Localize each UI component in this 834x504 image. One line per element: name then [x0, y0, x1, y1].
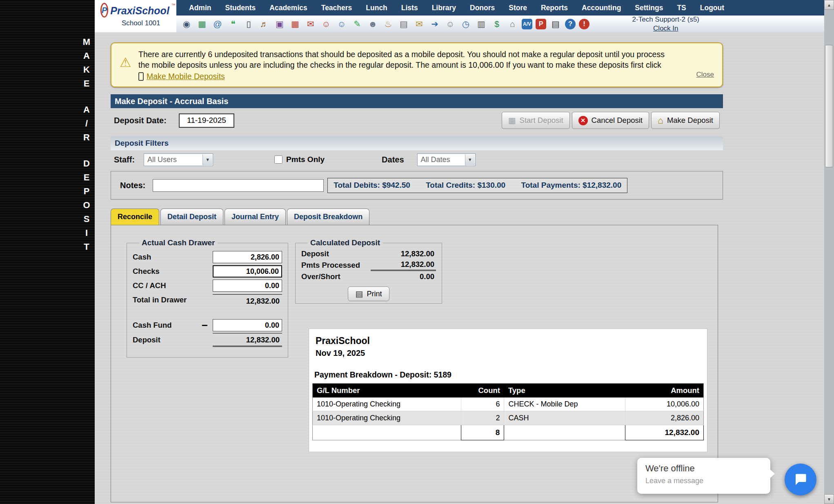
clipboard-icon[interactable]: ▤: [398, 18, 410, 30]
chat-launcher-button[interactable]: [785, 464, 816, 495]
envelope-gold-icon[interactable]: ✉: [413, 18, 425, 30]
cash-fund-input[interactable]: [213, 319, 282, 331]
scroll-down-arrow[interactable]: ▼: [824, 494, 834, 504]
nav-item-academics[interactable]: Academics: [262, 4, 314, 12]
payments-icon[interactable]: $: [491, 18, 503, 30]
pmts-only-label: Pmts Only: [286, 155, 325, 164]
make-mobile-deposits-link[interactable]: Make Mobile Deposits: [147, 71, 225, 82]
gl-number-header: G/L Number: [313, 384, 461, 398]
reconcile-panel: Actual Cash Drawer Cash Checks CC / ACH: [111, 225, 718, 502]
cash-input[interactable]: [213, 251, 282, 263]
printer-icon[interactable]: ▤: [549, 18, 562, 30]
cancel-deposit-label: Cancel Deposit: [592, 116, 643, 125]
deposit-date-input[interactable]: [179, 113, 234, 128]
search-icon[interactable]: ◉: [180, 18, 193, 30]
newsletter-icon[interactable]: ▥: [475, 18, 487, 30]
report-company: PraxiSchool: [316, 335, 704, 346]
deposit-date-label: Deposit Date:: [114, 116, 167, 125]
check-print-icon[interactable]: ⌂: [506, 18, 518, 30]
nav-item-logout[interactable]: Logout: [693, 4, 731, 12]
photo-icon[interactable]: ▣: [274, 18, 286, 30]
staff-select[interactable]: All Users ▼: [144, 153, 213, 166]
brand-name: PraxiSchool: [110, 3, 169, 18]
content: ⚠ There are currently 6 undeposited tran…: [95, 32, 824, 502]
av-icon[interactable]: A/V: [522, 19, 532, 29]
nav-item-library[interactable]: Library: [425, 4, 463, 12]
cancel-x-icon: ✕: [578, 116, 588, 125]
start-deposit-icon: ▦: [508, 115, 516, 125]
pdf-icon[interactable]: P: [536, 19, 546, 29]
nav-item-lunch[interactable]: Lunch: [359, 4, 394, 12]
chat-offline-bubble[interactable]: We're offline Leave a message: [637, 458, 770, 494]
rail-word-ar: A/R: [81, 103, 92, 144]
notes-label: Notes:: [120, 181, 145, 190]
clock-icon[interactable]: ◷: [460, 18, 472, 30]
logo[interactable]: PraxiSchool ™ School 1001: [95, 0, 176, 32]
mobile-phone-icon[interactable]: ▯: [242, 18, 255, 30]
note-icon[interactable]: ✎: [351, 18, 363, 30]
chevron-down-icon: ▼: [465, 154, 475, 165]
nav-item-ts[interactable]: TS: [670, 4, 693, 12]
speaker-icon[interactable]: ♬: [258, 18, 270, 30]
nav-item-store[interactable]: Store: [502, 4, 534, 12]
nav-item-accounting[interactable]: Accounting: [575, 4, 628, 12]
total-in-drawer-label: Total in Drawer: [133, 295, 187, 304]
warning-text: There are currently 6 undeposited transa…: [138, 49, 669, 70]
notes-input[interactable]: [153, 179, 324, 192]
staff-select-value: All Users: [147, 155, 177, 164]
vertical-scrollbar[interactable]: ▲ ▼: [824, 0, 834, 504]
chat-prompt: Leave a message: [645, 477, 762, 485]
nav-item-lists[interactable]: Lists: [394, 4, 425, 12]
tab-journal-entry[interactable]: Journal Entry: [225, 209, 286, 225]
family-icon[interactable]: ☻: [367, 18, 379, 30]
tab-reconcile[interactable]: Reconcile: [111, 209, 159, 225]
rail-word-make: MAKE: [81, 35, 92, 91]
over-short-value: 0.00: [371, 272, 436, 281]
alert-icon[interactable]: !: [579, 19, 589, 29]
email-at-icon[interactable]: @: [211, 18, 224, 30]
nav-item-reports[interactable]: Reports: [534, 4, 575, 12]
help-icon[interactable]: ?: [565, 19, 576, 29]
lunch-icon[interactable]: ♨: [382, 18, 394, 30]
student-blue-icon[interactable]: ☺: [336, 18, 348, 30]
report-date: Nov 19, 2025: [316, 349, 704, 358]
nav-item-donors[interactable]: Donors: [463, 4, 502, 12]
tab-deposit-breakdown[interactable]: Deposit Breakdown: [287, 209, 369, 225]
clock-in-link[interactable]: Clock In: [653, 24, 678, 32]
checks-input[interactable]: [213, 265, 282, 278]
nav-item-teachers[interactable]: Teachers: [314, 4, 359, 12]
total-amount: 12,832.00: [625, 425, 704, 440]
print-button[interactable]: ▤ Print: [348, 286, 390, 301]
make-deposit-label: Make Deposit: [667, 116, 713, 125]
cc-ach-label: CC / ACH: [133, 281, 166, 290]
mail-alert-icon[interactable]: ✉: [305, 18, 317, 30]
cancel-deposit-button[interactable]: ✕ Cancel Deposit: [572, 112, 649, 129]
table-total-row: 8 12,832.00: [313, 425, 704, 440]
nav-item-admin[interactable]: Admin: [182, 4, 218, 12]
pmts-only-checkbox[interactable]: [274, 155, 282, 164]
actual-cash-drawer-fieldset: Actual Cash Drawer Cash Checks CC / ACH: [127, 238, 288, 357]
total-count: 8: [461, 425, 504, 440]
nav-item-settings[interactable]: Settings: [628, 4, 670, 12]
cc-ach-input[interactable]: [213, 280, 282, 292]
dates-select[interactable]: All Dates ▼: [417, 153, 476, 166]
deposit-total-label: Deposit: [133, 335, 160, 344]
school-name: School 1001: [122, 19, 173, 27]
calendar-grid-icon[interactable]: ▦: [196, 18, 208, 30]
scroll-up-arrow[interactable]: ▲: [824, 0, 834, 10]
make-deposit-button[interactable]: ⌂ Make Deposit: [651, 112, 720, 129]
scrollbar-thumb[interactable]: [825, 45, 833, 167]
start-deposit-button[interactable]: ▦ Start Deposit: [502, 112, 570, 129]
chat-bubble-icon: [793, 472, 808, 487]
close-warning-link[interactable]: Close: [696, 69, 714, 80]
calendar-red-icon[interactable]: ▦: [289, 18, 301, 30]
chat-icon[interactable]: ❝: [227, 18, 239, 30]
trademark: ™: [171, 3, 176, 7]
icon-toolbar: ◉▦@❝▯♬▣▦✉☺☺✎☻♨▤✉➔☺◷▥$⌂A/VP▤?!: [180, 18, 589, 30]
student-red-icon[interactable]: ☺: [320, 18, 332, 30]
send-mail-icon[interactable]: ➔: [429, 18, 441, 30]
checks-label: Checks: [133, 267, 160, 276]
nav-item-students[interactable]: Students: [218, 4, 262, 12]
tab-detail-deposit[interactable]: Detail Deposit: [160, 209, 223, 225]
person-icon[interactable]: ☺: [444, 18, 456, 30]
